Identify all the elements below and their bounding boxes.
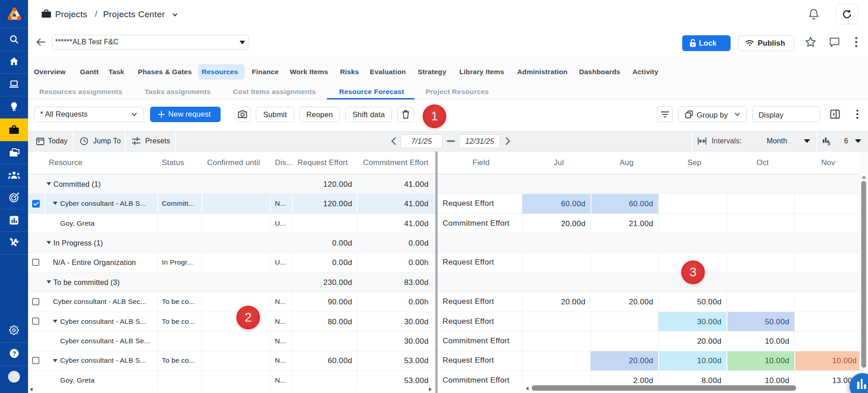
svg-text:#: # xyxy=(828,141,830,146)
svg-text:?: ? xyxy=(12,350,16,357)
